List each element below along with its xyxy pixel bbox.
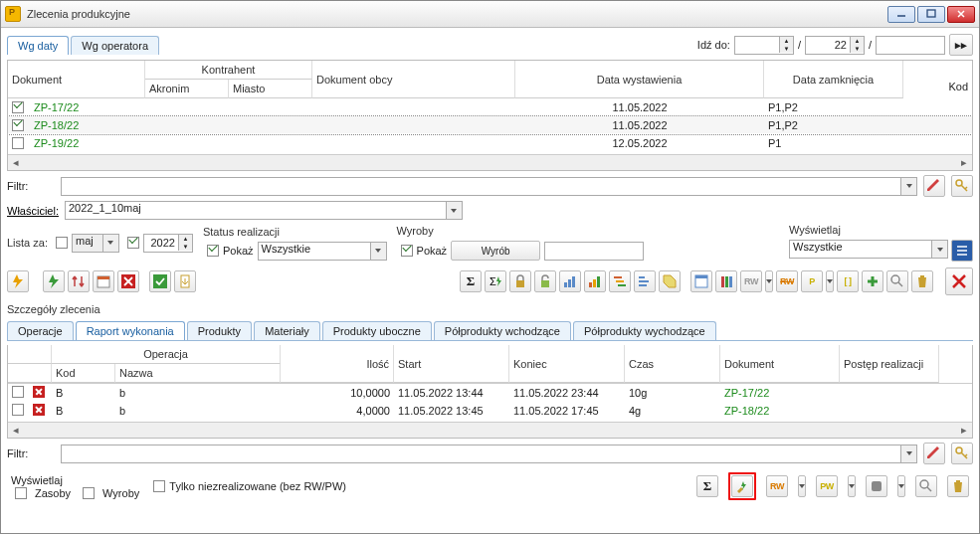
- details-h-scrollbar[interactable]: ◂▸: [8, 422, 972, 438]
- filter-edit-icon[interactable]: [923, 175, 945, 197]
- owner-label[interactable]: Właściciel:: [7, 205, 59, 217]
- dcol-nazwa[interactable]: Nazwa: [115, 364, 281, 383]
- maximize-button[interactable]: [917, 6, 945, 23]
- rw2-button[interactable]: RW: [766, 475, 788, 497]
- chart2-icon[interactable]: [584, 270, 606, 292]
- goto-field2[interactable]: ▲▼: [805, 36, 865, 55]
- gray-dd[interactable]: [897, 475, 905, 497]
- wyswietlaj-combo[interactable]: Wszystkie: [789, 240, 948, 259]
- col-akronim[interactable]: Akronim: [145, 80, 229, 98]
- drow-checkbox[interactable]: [12, 386, 24, 398]
- chart1-icon[interactable]: [559, 270, 581, 292]
- rw2-dd[interactable]: [798, 475, 806, 497]
- col-kontrahent[interactable]: Kontrahent: [145, 61, 312, 80]
- tag-icon[interactable]: [659, 270, 681, 292]
- goto-go-button[interactable]: ▸▸: [949, 34, 973, 56]
- status-show-checkbox[interactable]: [207, 245, 219, 257]
- table-row[interactable]: ZP-17/22 11.05.2022 P1,P2: [8, 98, 972, 116]
- rw-gray-button[interactable]: RW: [740, 270, 762, 292]
- dcol-ilosc[interactable]: Ilość: [281, 345, 394, 383]
- drow-checkbox[interactable]: [12, 404, 24, 416]
- p-dd[interactable]: [826, 270, 834, 292]
- h-scrollbar[interactable]: ◂▸: [8, 154, 972, 170]
- doc-link[interactable]: ZP-19/22: [30, 137, 145, 149]
- detail-tab[interactable]: Operacje: [7, 321, 74, 340]
- col-dokobcy[interactable]: Dokument obcy: [312, 61, 515, 98]
- month-checkbox[interactable]: [56, 237, 68, 249]
- col-datawyst[interactable]: Data wystawienia: [515, 61, 764, 98]
- sigma2-icon[interactable]: Σ: [696, 475, 718, 497]
- filter2-combo[interactable]: [61, 445, 917, 463]
- rw-dd[interactable]: [765, 270, 773, 292]
- delete-button[interactable]: [911, 270, 933, 292]
- add-button[interactable]: [862, 270, 883, 292]
- table-row[interactable]: ZP-19/22 12.05.2022 P1: [8, 134, 972, 152]
- doc-link[interactable]: ZP-17/22: [30, 101, 145, 113]
- p-button[interactable]: P: [801, 270, 823, 292]
- close-red-icon[interactable]: [117, 270, 139, 292]
- row-checkbox[interactable]: [12, 119, 24, 131]
- dcol-operacja[interactable]: Operacja: [52, 345, 281, 364]
- detail-row[interactable]: B b 4,0000 11.05.2022 13:45 11.05.2022 1…: [8, 402, 972, 420]
- doc-link[interactable]: ZP-17/22: [720, 387, 840, 399]
- unlock-icon[interactable]: [534, 270, 556, 292]
- dcol-dokument[interactable]: Dokument: [720, 345, 840, 383]
- dcol-czas[interactable]: Czas: [625, 345, 720, 383]
- status-combo[interactable]: Wszystkie: [258, 242, 387, 261]
- doc-link[interactable]: ZP-18/22: [720, 405, 840, 417]
- niezreal-checkbox[interactable]: [153, 480, 165, 492]
- rw-strike-button[interactable]: RW: [776, 270, 798, 292]
- detail-tab[interactable]: Materiały: [254, 321, 320, 340]
- pw-bracket-button[interactable]: [ ]: [837, 270, 859, 292]
- sigma-icon[interactable]: Σ: [460, 270, 482, 292]
- filter2-edit-icon[interactable]: [923, 443, 945, 464]
- wyrob-button[interactable]: Wyrób: [451, 241, 540, 261]
- search2-button[interactable]: [915, 475, 937, 497]
- col-kod[interactable]: Kod: [948, 81, 968, 92]
- dcol-start[interactable]: Start: [394, 345, 509, 383]
- highlighted-action-button[interactable]: [731, 475, 753, 497]
- month-combo[interactable]: maj: [72, 234, 119, 253]
- dcol-postep[interactable]: Postęp realizacji: [840, 345, 939, 383]
- delete2-button[interactable]: [947, 475, 969, 497]
- pw-button[interactable]: PW: [816, 475, 838, 497]
- goto-field1[interactable]: ▲▼: [734, 36, 794, 55]
- col-dokument[interactable]: Dokument: [8, 61, 145, 98]
- dcol-kod[interactable]: Kod: [52, 364, 115, 383]
- filter-combo[interactable]: [61, 177, 917, 196]
- accept-green-icon[interactable]: [149, 270, 171, 292]
- detail-tab[interactable]: Półprodukty wchodzące: [434, 321, 571, 340]
- wyroby-checkbox[interactable]: [83, 487, 95, 499]
- export-icon[interactable]: [174, 270, 196, 292]
- detail-tab[interactable]: Raport wykonania: [76, 321, 185, 340]
- view-toggle-icon[interactable]: [951, 240, 973, 262]
- dcol-koniec[interactable]: Koniec: [509, 345, 625, 383]
- minimize-button[interactable]: [887, 6, 915, 23]
- filter2-key-icon[interactable]: [951, 443, 973, 464]
- detail-row[interactable]: B b 10,0000 11.05.2022 13:44 11.05.2022 …: [8, 384, 972, 402]
- table-row[interactable]: ZP-18/22 11.05.2022 P1,P2: [8, 116, 972, 134]
- zasoby-checkbox[interactable]: [15, 487, 27, 499]
- year-checkbox[interactable]: [127, 237, 139, 249]
- lightning-icon[interactable]: [7, 270, 29, 292]
- row-checkbox[interactable]: [12, 137, 24, 149]
- owner-combo[interactable]: 2022_1_10maj: [65, 201, 463, 220]
- wyroby-show-checkbox[interactable]: [401, 245, 413, 257]
- pw-dd[interactable]: [848, 475, 856, 497]
- gantt1-icon[interactable]: [609, 270, 631, 292]
- doc-link[interactable]: ZP-18/22: [30, 119, 145, 131]
- filter-key-icon[interactable]: [951, 175, 973, 197]
- detail-tab[interactable]: Półprodukty wychodzące: [573, 321, 716, 340]
- wyrob-input[interactable]: [544, 242, 644, 261]
- close-button[interactable]: [947, 6, 975, 23]
- year-spin[interactable]: ▲▼: [143, 234, 193, 253]
- col-datazamk[interactable]: Data zamknięcia: [764, 61, 903, 98]
- books-icon[interactable]: [715, 270, 737, 292]
- gantt2-icon[interactable]: [634, 270, 656, 292]
- calendar-icon[interactable]: [93, 270, 114, 292]
- tab-by-date[interactable]: Wg daty: [7, 36, 69, 55]
- gray-square-button[interactable]: [866, 475, 887, 497]
- window-icon[interactable]: [690, 270, 712, 292]
- sort-icon[interactable]: [68, 270, 90, 292]
- lightning-green-icon[interactable]: [43, 270, 65, 292]
